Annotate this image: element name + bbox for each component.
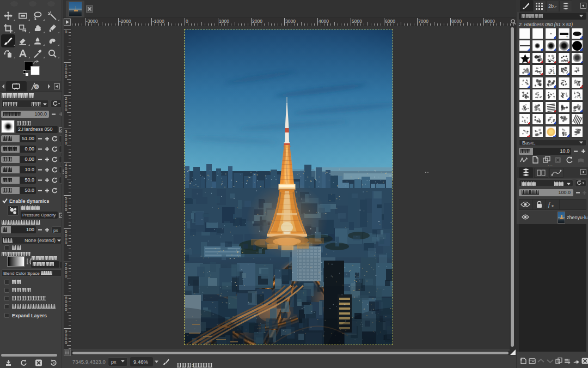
svg-text:6: 6 (35, 85, 38, 89)
svg-text:x: x (552, 203, 554, 208)
svg-text:2b: 2b (548, 3, 554, 9)
svg-text:f: f (548, 202, 550, 208)
